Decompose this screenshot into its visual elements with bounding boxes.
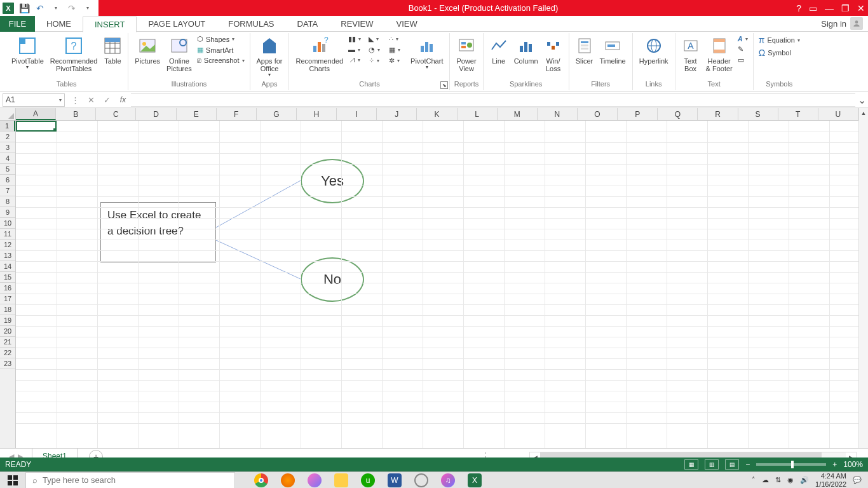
scroll-up-icon[interactable]: ▲ <box>859 108 868 118</box>
smartart-button[interactable]: ▦SmartArt <box>196 45 246 55</box>
column-header[interactable]: P <box>618 108 658 120</box>
chart-stat-button[interactable]: ∴ <box>388 34 407 44</box>
column-header[interactable]: R <box>698 108 738 120</box>
column-header[interactable]: D <box>136 108 176 120</box>
column-header[interactable]: A <box>16 108 56 120</box>
active-cell[interactable] <box>16 121 57 132</box>
column-header[interactable]: C <box>96 108 136 120</box>
cancel-icon[interactable]: ✕ <box>83 95 99 105</box>
chart-column-button[interactable]: ▮▮ <box>347 34 366 44</box>
row-header[interactable]: 3 <box>0 142 15 153</box>
pictures-button[interactable]: Pictures <box>132 34 163 66</box>
undo-icon[interactable]: ↶ <box>34 3 46 14</box>
messenger-icon[interactable] <box>308 473 322 487</box>
sparkline-column-button[interactable]: Column <box>512 34 541 66</box>
chart-stock-button[interactable]: ⩘ <box>347 55 366 64</box>
equation-button[interactable]: πEquation <box>757 34 801 46</box>
column-header[interactable]: G <box>257 108 297 120</box>
qat-customize-icon[interactable]: ▾ <box>82 3 93 14</box>
row-header[interactable]: 6 <box>0 175 15 186</box>
tab-home[interactable]: HOME <box>35 16 83 32</box>
column-header[interactable]: T <box>778 108 818 120</box>
header-footer-button[interactable]: Header & Footer <box>703 34 735 74</box>
shapes-button[interactable]: ⬡Shapes <box>196 34 246 44</box>
view-normal-icon[interactable]: ▦ <box>684 459 698 470</box>
row-header[interactable]: 17 <box>0 294 15 304</box>
wordart-button[interactable]: A <box>736 34 749 43</box>
column-header[interactable]: F <box>217 108 257 120</box>
symbol-button[interactable]: ΩSymbol <box>757 47 801 58</box>
select-all-corner[interactable] <box>0 108 16 121</box>
zoom-in-button[interactable]: + <box>832 460 837 469</box>
row-header[interactable]: 13 <box>0 250 15 261</box>
row-header[interactable]: 14 <box>0 261 15 272</box>
word-icon[interactable]: W <box>388 473 402 487</box>
row-header[interactable]: 12 <box>0 240 15 250</box>
upwork-icon[interactable]: u <box>361 473 375 487</box>
help-icon[interactable]: ? <box>796 3 801 13</box>
tab-insert[interactable]: INSERT <box>83 17 137 32</box>
object-button[interactable]: ▭ <box>736 55 749 65</box>
zoom-out-button[interactable]: − <box>745 460 750 469</box>
recommended-pivottables-button[interactable]: ? Recommended PivotTables <box>48 34 100 74</box>
column-header[interactable]: B <box>56 108 96 120</box>
row-header[interactable]: 15 <box>0 272 15 283</box>
tab-review[interactable]: REVIEW <box>329 16 384 32</box>
minimize-icon[interactable]: — <box>825 3 834 13</box>
zoom-slider[interactable] <box>756 463 826 466</box>
row-header[interactable]: 22 <box>0 348 15 358</box>
row-header[interactable]: 8 <box>0 196 15 207</box>
tray-wifi-icon[interactable]: ⇅ <box>775 476 781 484</box>
online-pictures-button[interactable]: Online Pictures <box>164 34 194 74</box>
column-header[interactable]: M <box>498 108 538 120</box>
row-headers[interactable]: 1234567891011121314151617181920212223 <box>0 121 16 448</box>
explorer-icon[interactable] <box>334 473 348 487</box>
tray-clock[interactable]: 4:24 AM 1/16/2022 <box>815 472 846 487</box>
shape-no-oval[interactable]: No <box>301 257 364 302</box>
chart-radar-button[interactable]: ✲ <box>388 56 407 65</box>
column-header[interactable]: O <box>578 108 618 120</box>
redo-icon[interactable]: ↷ <box>66 3 78 14</box>
cell-grid[interactable]: Use Excel to create a decision tree? Yes… <box>16 121 858 448</box>
screenshot-button[interactable]: ⎚Screenshot <box>196 56 246 65</box>
start-button[interactable] <box>0 475 25 485</box>
formula-input[interactable] <box>131 93 855 107</box>
shape-question-box[interactable]: Use Excel to create a decision tree? <box>100 202 216 262</box>
charts-dialog-launcher[interactable]: ⬊ <box>440 81 448 89</box>
zoom-level[interactable]: 100% <box>843 460 863 469</box>
chart-pie-button[interactable]: ◔ <box>367 45 386 55</box>
row-header[interactable]: 7 <box>0 186 15 196</box>
column-header[interactable]: S <box>738 108 778 120</box>
name-box[interactable]: A1▾ <box>3 93 65 107</box>
spreadsheet-grid[interactable]: ABCDEFGHIJKLMNOPQRSTU 123456789101112131… <box>0 108 868 448</box>
hyperlink-button[interactable]: Hyperlink <box>637 34 671 66</box>
column-headers[interactable]: ABCDEFGHIJKLMNOPQRSTU <box>16 108 858 121</box>
row-header[interactable]: 9 <box>0 207 15 218</box>
row-header[interactable]: 5 <box>0 164 15 175</box>
tray-onedrive-icon[interactable]: ☁ <box>762 476 769 484</box>
tab-file[interactable]: FILE <box>0 16 35 32</box>
chrome-icon[interactable] <box>254 473 268 487</box>
row-header[interactable]: 18 <box>0 304 15 315</box>
expand-formula-bar-icon[interactable]: ⌄ <box>855 94 868 106</box>
tray-volume-icon[interactable]: 🔊 <box>800 476 809 484</box>
apps-for-office-button[interactable]: Apps for Office▾ <box>254 34 285 79</box>
column-header[interactable]: L <box>458 108 498 120</box>
chart-hier-button[interactable]: ▬ <box>347 45 366 54</box>
column-header[interactable]: U <box>818 108 858 120</box>
clock-icon[interactable] <box>414 473 428 487</box>
row-header[interactable]: 4 <box>0 153 15 164</box>
pivottable-button[interactable]: PivotTable▾ <box>9 34 46 72</box>
tab-page-layout[interactable]: PAGE LAYOUT <box>137 16 217 32</box>
tray-network-icon[interactable]: ◉ <box>787 476 794 484</box>
tray-notifications-icon[interactable]: 💬 <box>853 476 862 484</box>
timeline-button[interactable]: Timeline <box>597 34 628 66</box>
column-header[interactable]: H <box>297 108 337 120</box>
excel-taskbar-icon[interactable]: X <box>468 473 482 487</box>
close-icon[interactable]: ✕ <box>857 3 865 13</box>
sparkline-winloss-button[interactable]: Win/ Loss <box>542 34 565 74</box>
maximize-icon[interactable]: ❐ <box>841 3 850 13</box>
view-page-layout-icon[interactable]: ▥ <box>705 459 719 470</box>
row-header[interactable]: 11 <box>0 229 15 240</box>
itunes-icon[interactable]: ♫ <box>441 473 455 487</box>
